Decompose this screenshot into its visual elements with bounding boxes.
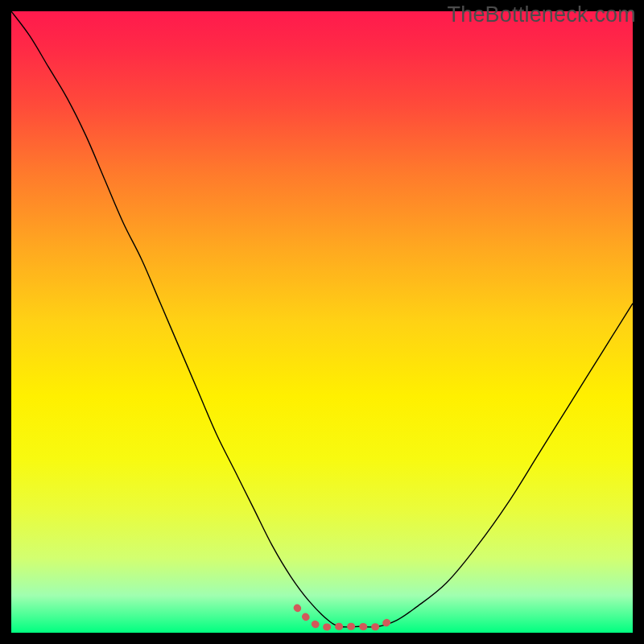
chart-container: TheBottleneck.com	[0, 0, 644, 644]
curve-layer	[11, 11, 633, 633]
watermark-text: TheBottleneck.com	[447, 2, 636, 27]
bottleneck-curve	[11, 11, 633, 627]
optimal-range-highlight	[297, 608, 390, 627]
